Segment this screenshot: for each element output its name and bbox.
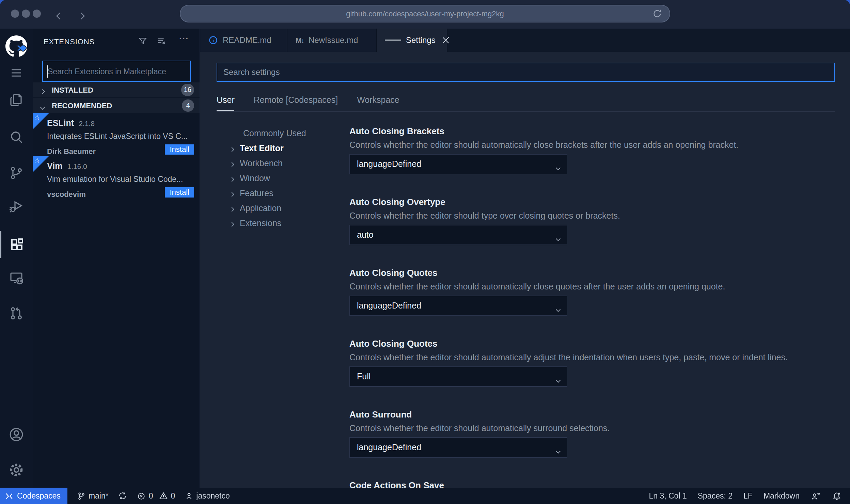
recommended-count-badge: 4 <box>182 99 194 112</box>
tab-settings[interactable]: Settings <box>377 29 447 52</box>
chevron-right-icon <box>230 144 240 153</box>
extension-publisher: vscodevim <box>47 190 86 198</box>
sync-button[interactable] <box>118 491 128 501</box>
browser-chrome: github.com/codespaces/user-my-project-mg… <box>0 0 850 29</box>
extension-item-vim[interactable]: ☆ Vim1.16.0 Vim emulation for Visual Stu… <box>33 156 200 198</box>
settings-search-input[interactable] <box>217 63 834 81</box>
settings-list-icon <box>385 38 401 42</box>
setting-dropdown[interactable]: languageDefined <box>349 296 567 316</box>
chevron-down-icon <box>556 375 560 384</box>
cursor-position[interactable]: Ln 3, Col 1 <box>649 492 687 500</box>
codespaces-remote-button[interactable]: Codespaces <box>0 488 67 504</box>
run-debug-icon[interactable] <box>0 193 33 220</box>
setting-dropdown[interactable]: Full <box>349 366 567 387</box>
toc-text-editor[interactable]: Text Editor <box>230 144 284 153</box>
setting-title: Auto Surround <box>349 409 412 420</box>
chevron-right-icon <box>230 219 240 228</box>
branch-indicator[interactable]: main* <box>77 491 109 500</box>
errors-icon <box>137 491 146 500</box>
extensions-search-input[interactable] <box>43 61 190 81</box>
feedback-button[interactable] <box>810 491 821 501</box>
recommended-ribbon: ☆ <box>33 156 49 172</box>
window-close-button[interactable] <box>11 10 19 18</box>
star-icon: ☆ <box>34 114 40 121</box>
toc-features[interactable]: Features <box>230 189 273 198</box>
toc-commonly-used[interactable]: Commonly Used <box>230 129 306 138</box>
setting-title: Auto Closing Overtype <box>349 197 445 207</box>
toc-extensions[interactable]: Extensions <box>230 219 281 228</box>
browser-back-button[interactable] <box>57 9 62 21</box>
indentation-indicator[interactable]: Spaces: 2 <box>698 492 733 500</box>
installed-section-header[interactable]: INSTALLED 16 <box>33 82 200 97</box>
more-actions-icon[interactable]: ··· <box>179 33 189 44</box>
account-icon[interactable] <box>0 421 33 448</box>
setting-description: Controls whether the editor should autom… <box>349 140 738 150</box>
branch-icon <box>77 491 86 500</box>
toc-workbench[interactable]: Workbench <box>230 159 283 168</box>
notifications-button[interactable] <box>832 491 842 501</box>
tab-readme[interactable]: README.md <box>200 29 287 52</box>
extension-publisher: Dirk Baeumer <box>47 147 96 155</box>
setting-title: Auto Closing Brackets <box>349 126 444 136</box>
setting-dropdown[interactable]: languageDefined <box>349 437 567 458</box>
filter-icon[interactable] <box>138 36 148 46</box>
install-button[interactable]: Install <box>165 144 194 155</box>
menu-hamburger-icon[interactable] <box>0 59 33 86</box>
reload-icon[interactable] <box>652 8 663 19</box>
extensions-header: EXTENSIONS ··· <box>33 29 200 54</box>
installed-count-badge: 16 <box>181 84 194 96</box>
chevron-right-icon <box>230 204 240 213</box>
source-control-icon[interactable] <box>0 159 33 187</box>
tab-label: README.md <box>223 35 271 45</box>
remote-icon <box>5 491 14 500</box>
chevron-down-icon <box>37 99 48 112</box>
setting-title: Auto Closing Quotes <box>349 338 438 349</box>
toc-application[interactable]: Application <box>230 204 281 213</box>
scope-tab-workspace[interactable]: Workspace <box>357 95 399 111</box>
explorer-icon[interactable] <box>0 86 33 114</box>
markdown-icon: M↓ <box>296 36 304 44</box>
tab-label: Settings <box>406 35 436 45</box>
feedback-icon <box>810 491 821 501</box>
eol-indicator[interactable]: LF <box>743 492 753 500</box>
github-pull-request-icon[interactable] <box>0 300 33 327</box>
extensions-icon[interactable] <box>0 231 33 258</box>
sync-icon <box>118 491 128 501</box>
toc-window[interactable]: Window <box>230 174 270 183</box>
url-text: github.com/codespaces/user-my-project-mg… <box>346 10 504 18</box>
settings-search-box[interactable] <box>217 63 835 82</box>
recommended-section-header[interactable]: RECOMMENDED 4 <box>33 98 200 113</box>
chevron-right-icon <box>230 189 240 198</box>
setting-dropdown[interactable]: languageDefined <box>349 154 567 174</box>
search-icon[interactable] <box>0 123 33 151</box>
browser-window: github.com/codespaces/user-my-project-mg… <box>0 0 850 504</box>
activity-bar <box>0 29 33 488</box>
address-bar[interactable]: github.com/codespaces/user-my-project-mg… <box>180 5 670 22</box>
extension-item-eslint[interactable]: ☆ ESLint2.1.8 Integrates ESLint JavaScri… <box>33 113 200 156</box>
browser-forward-button[interactable] <box>79 9 84 21</box>
extensions-search-box[interactable] <box>42 61 191 82</box>
extension-version: 1.16.0 <box>67 162 87 170</box>
extensions-sidebar: EXTENSIONS ··· INSTALLED 16 REC <box>33 29 200 488</box>
settings-gear-icon[interactable] <box>0 456 33 484</box>
tab-newissue[interactable]: M↓ NewIssue.md <box>287 29 377 52</box>
remote-explorer-icon[interactable] <box>0 264 33 292</box>
install-button[interactable]: Install <box>165 187 194 198</box>
star-icon: ☆ <box>34 157 40 164</box>
clear-extensions-icon[interactable] <box>156 36 167 47</box>
window-zoom-button[interactable] <box>33 10 41 18</box>
chevron-right-icon <box>37 84 48 96</box>
setting-title: Auto Closing Quotes <box>349 268 438 278</box>
window-minimize-button[interactable] <box>22 10 30 18</box>
extensions-title: EXTENSIONS <box>44 37 95 46</box>
chevron-right-icon <box>230 174 240 183</box>
user-indicator[interactable]: jasonetco <box>185 491 230 500</box>
scope-divider <box>217 111 835 112</box>
scope-tab-remote[interactable]: Remote [Codespaces] <box>254 95 338 111</box>
scope-tab-user[interactable]: User <box>217 95 235 111</box>
setting-dropdown[interactable]: auto <box>349 225 567 245</box>
language-mode[interactable]: Markdown <box>764 492 800 500</box>
problems-indicator[interactable]: 0 0 <box>137 491 175 501</box>
extension-version: 2.1.8 <box>79 119 95 127</box>
settings-editor: User Remote [Codespaces] Workspace Commo… <box>200 52 850 488</box>
